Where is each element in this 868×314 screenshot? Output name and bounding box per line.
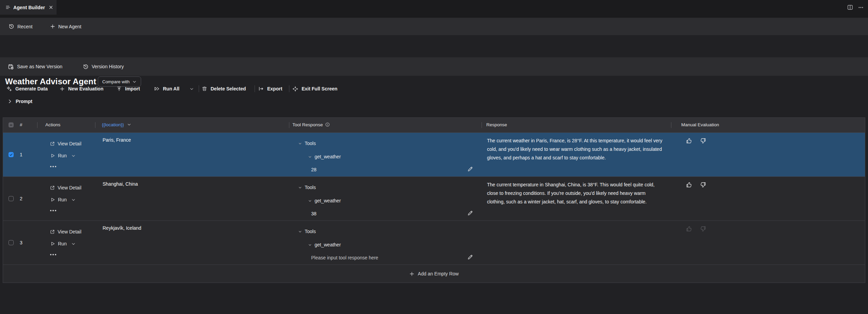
header-divider	[482, 122, 482, 128]
tab-agent-builder[interactable]: Agent Builder	[0, 0, 57, 15]
run-label: Run	[58, 153, 67, 158]
manual-evaluation-cell	[686, 226, 706, 232]
chevron-down-icon[interactable]	[71, 198, 76, 202]
view-detail-label: View Detail	[58, 141, 81, 146]
tool-response-value-text: Please input tool response here	[311, 255, 378, 260]
run-all-button[interactable]: Run All	[154, 81, 179, 97]
tools-group-label: Tools	[305, 185, 316, 190]
table-row: 2 View Detail Run Shanghai, China Tools …	[3, 176, 865, 220]
more-actions-button[interactable]	[50, 254, 56, 255]
run-label: Run	[58, 197, 67, 202]
more-actions-button[interactable]	[50, 210, 56, 211]
tools-tree-group[interactable]: Tools	[298, 141, 316, 146]
location-cell[interactable]: Paris, France	[103, 137, 287, 143]
sparkles-icon	[6, 86, 12, 91]
prompt-section-header[interactable]: Prompt	[0, 96, 868, 106]
ellipsis-icon[interactable]	[858, 4, 864, 11]
table-header: # Actions {{location}} Tool Response Res…	[3, 118, 865, 133]
run-all-dropdown-chevron[interactable]	[189, 81, 194, 97]
recent-button[interactable]: Recent	[9, 24, 32, 29]
play-icon	[50, 241, 55, 246]
edit-icon[interactable]	[467, 166, 473, 172]
more-actions-button[interactable]	[50, 166, 56, 167]
row-checkbox[interactable]	[9, 240, 14, 245]
chevron-down-icon[interactable]	[308, 199, 312, 203]
select-all-checkbox[interactable]	[9, 123, 14, 128]
location-cell[interactable]: Shanghai, China	[103, 181, 287, 187]
tool-response-value[interactable]: Please input tool response here	[311, 255, 378, 260]
exit-full-screen-button[interactable]: Exit Full Screen	[292, 81, 337, 97]
view-detail-label: View Detail	[58, 229, 81, 234]
version-history-label: Version History	[92, 64, 124, 69]
column-header-num: #	[20, 122, 22, 127]
chevron-down-icon[interactable]	[308, 243, 312, 247]
tool-node[interactable]: get_weather	[308, 242, 341, 247]
tool-response-value-text: 28	[311, 167, 317, 172]
history-icon	[9, 24, 14, 29]
header-divider	[289, 122, 289, 128]
table-row: 1 View Detail Run Paris, France Tools ge…	[3, 133, 865, 176]
edit-icon[interactable]	[467, 210, 473, 216]
import-button[interactable]: Import	[117, 81, 140, 97]
tool-node[interactable]: get_weather	[308, 198, 341, 203]
run-button[interactable]: Run	[50, 197, 76, 202]
tools-tree-group[interactable]: Tools	[298, 229, 316, 234]
play-icon	[50, 153, 55, 158]
tools-group-label: Tools	[305, 141, 316, 146]
add-empty-row-label: Add an Empty Row	[418, 271, 459, 276]
window-topbar: Agent Builder	[0, 0, 868, 18]
chevron-down-icon[interactable]	[71, 154, 76, 158]
response-cell[interactable]: The current temperature in Shanghai, Chi…	[487, 181, 663, 206]
tools-group-label: Tools	[305, 229, 316, 234]
chevron-down-icon[interactable]	[298, 186, 302, 189]
location-cell[interactable]: Reykjavík, Iceland	[103, 225, 287, 231]
row-number: 3	[20, 240, 22, 245]
tool-response-value[interactable]: 38	[311, 211, 317, 216]
thumbs-up-icon[interactable]	[686, 182, 692, 188]
tools-tree-group[interactable]: Tools	[298, 185, 316, 190]
manual-evaluation-cell	[686, 182, 706, 188]
toolbar-divider	[199, 85, 199, 92]
add-empty-row-button[interactable]: Add an Empty Row	[3, 265, 865, 283]
thumbs-down-icon[interactable]	[700, 226, 706, 232]
chevron-down-icon[interactable]	[127, 123, 131, 127]
delete-selected-button[interactable]: Delete Selected	[202, 81, 246, 97]
tool-response-value[interactable]: 28	[311, 167, 317, 172]
chevron-down-icon[interactable]	[298, 230, 302, 233]
thumbs-up-icon[interactable]	[686, 138, 692, 144]
close-icon[interactable]	[49, 5, 53, 10]
info-circle-icon[interactable]	[325, 122, 330, 127]
column-header-manual-evaluation: Manual Evaluation	[681, 122, 719, 127]
generate-data-button[interactable]: Generate Data	[6, 81, 48, 97]
split-columns-icon[interactable]	[847, 4, 853, 10]
tool-node[interactable]: get_weather	[308, 154, 341, 159]
table-body: 1 View Detail Run Paris, France Tools ge…	[3, 133, 865, 265]
thumbs-down-icon[interactable]	[700, 182, 706, 188]
new-agent-button[interactable]: New Agent	[50, 24, 81, 29]
chevron-down-icon[interactable]	[71, 242, 76, 246]
row-checkbox[interactable]	[9, 152, 14, 157]
view-detail-button[interactable]: View Detail	[50, 141, 81, 146]
save-as-new-version-label: Save as New Version	[17, 64, 62, 69]
column-header-location[interactable]: {{location}}	[102, 122, 131, 127]
tool-name-label: get_weather	[315, 154, 341, 159]
thumbs-up-icon[interactable]	[686, 226, 692, 232]
save-as-new-version-button[interactable]: Save as New Version	[7, 63, 62, 70]
row-checkbox[interactable]	[9, 196, 14, 201]
upload-icon	[117, 86, 122, 91]
run-button[interactable]: Run	[50, 153, 76, 158]
chevron-down-icon[interactable]	[308, 155, 312, 159]
run-button[interactable]: Run	[50, 241, 76, 246]
response-cell[interactable]: The current weather in Paris, France, is…	[487, 137, 663, 162]
view-detail-button[interactable]: View Detail	[50, 229, 81, 234]
version-history-button[interactable]: Version History	[83, 64, 124, 70]
generate-data-label: Generate Data	[15, 86, 48, 91]
view-detail-button[interactable]: View Detail	[50, 185, 81, 190]
recent-label: Recent	[17, 24, 32, 29]
chevron-down-icon[interactable]	[298, 142, 302, 145]
thumbs-down-icon[interactable]	[700, 138, 706, 144]
plus-icon	[50, 24, 55, 29]
export-button[interactable]: Export	[258, 81, 282, 97]
new-evaluation-button[interactable]: New Evaluation	[60, 81, 103, 97]
edit-icon[interactable]	[467, 254, 473, 260]
